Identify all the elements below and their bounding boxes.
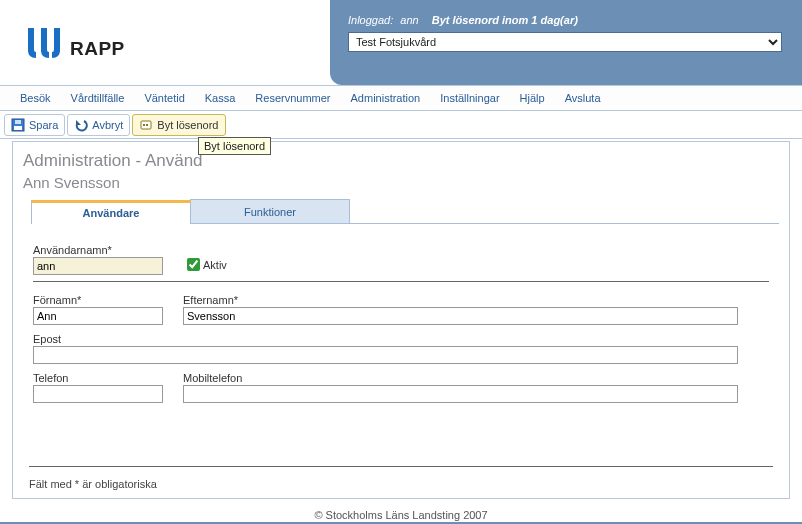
tab-functions[interactable]: Funktioner: [190, 199, 350, 223]
svg-rect-0: [28, 28, 34, 52]
app-window: RAPP Inloggad: ann Byt lösenord inom 1 d…: [0, 0, 802, 524]
login-info: Inloggad: ann Byt lösenord inom 1 dag(ar…: [348, 14, 782, 26]
cancel-button[interactable]: Avbryt: [67, 114, 130, 136]
svg-rect-4: [14, 126, 22, 130]
menu-reservnummer[interactable]: Reservnummer: [245, 87, 340, 109]
user-form: Användarnamn* Aktiv Förnamn* Efternamn*: [23, 244, 779, 403]
menu-besok[interactable]: Besök: [10, 87, 61, 109]
bottom-divider: [29, 466, 773, 467]
phone-input[interactable]: [33, 385, 163, 403]
menu-hjalp[interactable]: Hjälp: [510, 87, 555, 109]
app-name: RAPP: [70, 38, 125, 60]
tab-user[interactable]: Användare: [31, 200, 191, 224]
header: RAPP Inloggad: ann Byt lösenord inom 1 d…: [0, 0, 802, 85]
firstname-label: Förnamn*: [33, 294, 163, 306]
change-password-label: Byt lösenord: [157, 119, 218, 131]
footer: © Stockholms Läns Landsting 2007: [0, 499, 802, 521]
save-label: Spara: [29, 119, 58, 131]
active-label: Aktiv: [203, 259, 227, 271]
cancel-label: Avbryt: [92, 119, 123, 131]
menu-vardtillfalle[interactable]: Vårdtillfälle: [61, 87, 135, 109]
menu-avsluta[interactable]: Avsluta: [555, 87, 611, 109]
phone-label: Telefon: [33, 372, 163, 384]
content-panel: Administration - Använd Ann Svensson Anv…: [12, 141, 790, 499]
logo-icon: [25, 26, 63, 60]
username-label: Användarnamn*: [33, 244, 163, 256]
main-menu: Besök Vårdtillfälle Väntetid Kassa Reser…: [0, 85, 802, 111]
page-subtitle: Ann Svensson: [23, 174, 779, 191]
mobile-label: Mobiltelefon: [183, 372, 738, 384]
lastname-input[interactable]: [183, 307, 738, 325]
organization-select[interactable]: Test Fotsjukvård: [348, 32, 782, 52]
svg-rect-1: [41, 28, 47, 52]
logged-in-user: ann: [400, 14, 418, 26]
change-password-button[interactable]: Byt lösenord: [132, 114, 225, 136]
username-input[interactable]: [33, 257, 163, 275]
email-label: Epost: [33, 333, 749, 345]
menu-administration[interactable]: Administration: [341, 87, 431, 109]
svg-rect-2: [54, 28, 60, 52]
active-checkbox[interactable]: [187, 258, 200, 271]
toolbar: Spara Avbryt Byt lösenord Byt lösenord: [0, 111, 802, 139]
mobile-input[interactable]: [183, 385, 738, 403]
menu-installningar[interactable]: Inställningar: [430, 87, 509, 109]
header-right: Inloggad: ann Byt lösenord inom 1 dag(ar…: [330, 0, 802, 85]
required-note: Fält med * är obligatoriska: [29, 478, 157, 490]
firstname-input[interactable]: [33, 307, 163, 325]
svg-rect-8: [146, 124, 148, 126]
password-warning: Byt lösenord inom 1 dag(ar): [432, 14, 578, 26]
menu-vantetid[interactable]: Väntetid: [134, 87, 194, 109]
page-title: Administration - Använd: [23, 151, 779, 171]
key-icon: [139, 118, 153, 132]
save-icon: [11, 118, 25, 132]
svg-rect-7: [143, 124, 145, 126]
tooltip: Byt lösenord: [198, 137, 271, 155]
save-button[interactable]: Spara: [4, 114, 65, 136]
lastname-label: Efternamn*: [183, 294, 738, 306]
tab-bar: Användare Funktioner: [31, 199, 779, 224]
email-input[interactable]: [33, 346, 738, 364]
divider: [33, 281, 769, 282]
svg-rect-5: [15, 120, 21, 124]
logged-in-label: Inloggad:: [348, 14, 393, 26]
menu-kassa[interactable]: Kassa: [195, 87, 246, 109]
undo-icon: [74, 118, 88, 132]
logo-area: RAPP: [0, 0, 330, 85]
